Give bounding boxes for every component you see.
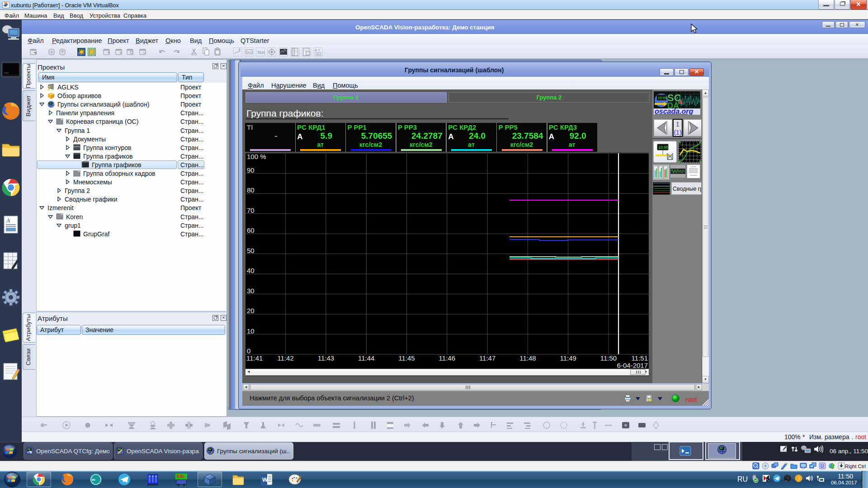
svg-text:10: 10 xyxy=(247,327,255,335)
svg-text:value: value xyxy=(315,53,322,56)
svg-text:oscada.org: oscada.org xyxy=(655,108,693,115)
svg-text:W: W xyxy=(262,476,268,483)
svg-text:A: A xyxy=(315,48,317,52)
svg-text:Text: Text xyxy=(257,50,265,55)
svg-text:70: 70 xyxy=(247,206,255,214)
svg-text:11:51: 11:51 xyxy=(632,354,648,362)
svg-text:A: A xyxy=(6,217,10,224)
svg-text:20: 20 xyxy=(247,307,255,314)
svg-text:U: U xyxy=(821,464,824,469)
svg-text:11:44: 11:44 xyxy=(358,354,374,362)
svg-text:10.95: 10.95 xyxy=(658,96,667,100)
svg-text:30: 30 xyxy=(247,287,255,295)
svg-text:&: & xyxy=(679,99,683,105)
svg-text:11:46: 11:46 xyxy=(439,354,455,362)
svg-text:10.95: 10.95 xyxy=(658,145,669,150)
svg-text:40: 40 xyxy=(247,267,255,274)
svg-text:50: 50 xyxy=(247,247,255,254)
svg-text:11:49: 11:49 xyxy=(560,354,576,362)
svg-text:11:42: 11:42 xyxy=(277,354,293,362)
svg-text:90: 90 xyxy=(247,166,255,174)
svg-text:100 %: 100 % xyxy=(247,153,266,160)
svg-text:∞: ∞ xyxy=(92,477,95,482)
svg-text:башт: башт xyxy=(246,51,253,53)
svg-text:0: 0 xyxy=(247,347,250,355)
svg-text:80: 80 xyxy=(247,186,255,194)
svg-text:11:41: 11:41 xyxy=(246,354,263,362)
svg-text:11:45: 11:45 xyxy=(398,354,415,362)
svg-text:11:43: 11:43 xyxy=(318,354,334,362)
svg-text:11:48: 11:48 xyxy=(519,354,536,362)
svg-text:T: T xyxy=(318,48,320,52)
svg-text:11:47: 11:47 xyxy=(479,354,495,362)
svg-text:Eth.: Eth. xyxy=(177,474,185,479)
svg-text:60: 60 xyxy=(247,226,255,234)
svg-text:6-04-2017: 6-04-2017 xyxy=(617,361,648,369)
svg-text:11:50: 11:50 xyxy=(600,354,617,362)
